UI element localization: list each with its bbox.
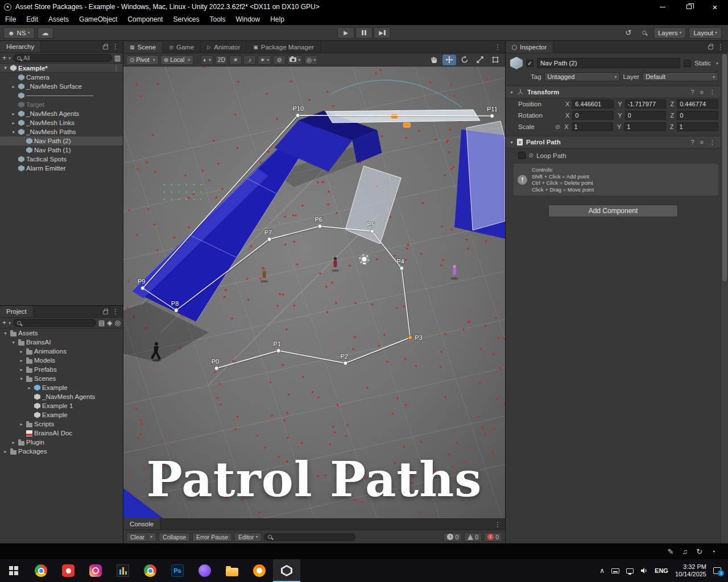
expand-arrow-icon[interactable]: ▾ xyxy=(2,65,9,70)
console-error-pause-button[interactable]: Error Pause xyxy=(192,533,232,542)
scene-viewport[interactable]: P0P1P2P3P4P5P6P7P8P9P10P11 Patrol Paths xyxy=(123,66,505,518)
scrollbar-thumb[interactable] xyxy=(722,54,727,281)
tab-scene[interactable]: ▦Scene xyxy=(123,41,163,53)
menu-gameobject[interactable]: GameObject xyxy=(74,14,122,25)
project-item-models[interactable]: ▸Models xyxy=(0,356,123,365)
menu-file[interactable]: File xyxy=(0,14,21,25)
lock-icon[interactable] xyxy=(708,45,713,49)
expand-arrow-icon[interactable]: ▾ xyxy=(10,340,16,345)
hierarchy-tab[interactable]: Hierarchy xyxy=(0,41,41,52)
volume-icon[interactable] xyxy=(640,567,648,574)
menu-edit[interactable]: Edit xyxy=(21,14,43,25)
cloud-button[interactable]: ☁ xyxy=(38,27,53,39)
hierarchy-item-separator[interactable] xyxy=(0,91,123,100)
expand-arrow-icon[interactable]: ▾ xyxy=(2,331,9,336)
console-error-toggle[interactable]: !0 xyxy=(484,533,502,542)
menu-services[interactable]: Services xyxy=(168,14,204,25)
rotation-x-field[interactable] xyxy=(572,111,614,120)
camera-settings-button[interactable]: ▾ xyxy=(287,55,303,65)
pen-tray-icon[interactable]: ✎ xyxy=(668,547,674,556)
taskbar-app-app-purple[interactable] xyxy=(191,559,218,582)
position-y-field[interactable] xyxy=(625,99,667,109)
hierarchy-item-tactical-spots[interactable]: Tactical Spots xyxy=(0,155,123,164)
scene-canvas[interactable]: P0P1P2P3P4P5P6P7P8P9P10P11 xyxy=(123,66,505,518)
static-caret-icon[interactable]: ▾ xyxy=(716,61,718,66)
project-item-example[interactable]: Example xyxy=(0,410,123,419)
path-point-P6[interactable] xyxy=(318,225,322,228)
hidden-packages-icon[interactable]: ◎ xyxy=(115,319,121,327)
expand-arrow-icon[interactable]: ▸ xyxy=(10,120,16,126)
hierarchy-item-alarm-emitter[interactable]: Alarm Emitter xyxy=(0,164,123,173)
console-menu-icon[interactable]: ⋮ xyxy=(490,521,505,529)
presets-icon[interactable]: ≡ xyxy=(698,139,705,146)
console-search[interactable] xyxy=(264,533,355,541)
path-point-P5[interactable] xyxy=(370,230,374,234)
language-indicator[interactable]: ENG xyxy=(655,567,668,574)
console-info-toggle[interactable]: !0 xyxy=(444,533,462,542)
search-icon[interactable] xyxy=(638,27,651,39)
taskbar-app-app-red[interactable] xyxy=(55,559,82,582)
touch-keyboard-icon[interactable] xyxy=(611,568,619,573)
project-item-packages[interactable]: ▸Packages xyxy=(0,447,123,456)
help-icon[interactable]: ? xyxy=(689,139,696,146)
foldout-arrow-icon[interactable]: ▾ xyxy=(508,140,515,145)
pivot-dropdown[interactable]: ⊙ Pivot ▾ xyxy=(126,55,159,65)
project-item-brainsai[interactable]: ▾BrainsAI xyxy=(0,338,123,347)
path-point-P0[interactable] xyxy=(214,367,218,371)
play-button[interactable]: ▶ xyxy=(337,27,354,39)
add-object-caret-icon[interactable]: ▾ xyxy=(9,56,11,61)
layout-dropdown[interactable]: Layout▾ xyxy=(689,27,722,39)
project-item-scenes[interactable]: ▾Scenes xyxy=(0,374,123,383)
console-editor-dropdown[interactable]: Editor▾ xyxy=(234,533,262,542)
path-point-P8[interactable] xyxy=(174,309,178,313)
add-object-button[interactable]: + xyxy=(2,54,6,62)
audio-toggle[interactable]: ♪ xyxy=(243,55,256,65)
tab-package-manager[interactable]: ▣Package Manager xyxy=(247,41,321,53)
path-point-P9[interactable] xyxy=(141,286,145,290)
restore-button[interactable] xyxy=(676,0,702,14)
media-tray-icon[interactable]: ♫ xyxy=(682,547,688,556)
close-button[interactable]: × xyxy=(702,0,728,14)
foldout-arrow-icon[interactable]: ▾ xyxy=(508,90,515,95)
console-tab[interactable]: Console xyxy=(123,518,160,530)
expand-arrow-icon[interactable]: ▸ xyxy=(10,84,16,89)
expand-arrow-icon[interactable]: ▸ xyxy=(10,440,16,445)
path-point-P3[interactable] xyxy=(408,336,412,340)
path-point-P4[interactable] xyxy=(400,267,404,271)
tab-bar-menu-icon[interactable]: ⋮ xyxy=(490,43,505,51)
menu-component[interactable]: Component xyxy=(122,14,168,25)
path-point-P11[interactable] xyxy=(490,114,494,118)
scale-z-field[interactable] xyxy=(677,122,718,131)
effects-toggle[interactable]: ✶▾ xyxy=(258,55,271,65)
component-menu-icon[interactable]: ⋮ xyxy=(708,139,717,146)
start-button[interactable] xyxy=(0,559,27,582)
hierarchy-item--navmesh-agents[interactable]: ▸_NavMesh Agents xyxy=(0,109,123,118)
help-icon[interactable]: ? xyxy=(689,89,696,95)
hierarchy-item-nav-path-2-[interactable]: Nav Path (2) xyxy=(0,136,123,146)
path-point-P2[interactable] xyxy=(344,361,348,365)
expand-arrow-icon[interactable]: ▸ xyxy=(18,367,24,372)
expand-arrow-icon[interactable]: ▸ xyxy=(10,111,16,117)
project-tab[interactable]: Project xyxy=(0,306,34,317)
inspector-menu-icon[interactable]: ⋮ xyxy=(713,43,728,51)
pause-button[interactable] xyxy=(355,27,373,39)
project-item-example[interactable]: ▸Example xyxy=(0,383,123,392)
expand-arrow-icon[interactable]: ▾ xyxy=(18,376,24,381)
hierarchy-filter-icon[interactable]: ▥ xyxy=(114,54,121,62)
tab-animator[interactable]: ▷Animator xyxy=(201,41,247,53)
console-collapse-button[interactable]: Collapse xyxy=(159,533,190,542)
object-name-field[interactable] xyxy=(537,58,680,68)
loop-path-checkbox[interactable] xyxy=(518,152,526,159)
gameobject-icon[interactable] xyxy=(510,57,523,69)
project-item-assets[interactable]: ▾Assets xyxy=(0,329,123,338)
path-point-P10[interactable] xyxy=(296,114,300,118)
expand-arrow-icon[interactable]: ▾ xyxy=(10,130,16,135)
position-x-field[interactable] xyxy=(572,99,614,109)
search-by-label-icon[interactable]: ◈ xyxy=(107,319,112,327)
console-warning-toggle[interactable]: 0 xyxy=(464,533,482,542)
hierarchy-item--navmesh-surface[interactable]: ▸_NavMesh Surface xyxy=(0,82,123,91)
project-item-animations[interactable]: ▸Animations xyxy=(0,347,123,356)
lighting-toggle[interactable]: ☀ xyxy=(229,55,242,65)
expand-arrow-icon[interactable]: ▸ xyxy=(18,358,24,363)
step-button[interactable]: ▶ xyxy=(374,27,391,39)
